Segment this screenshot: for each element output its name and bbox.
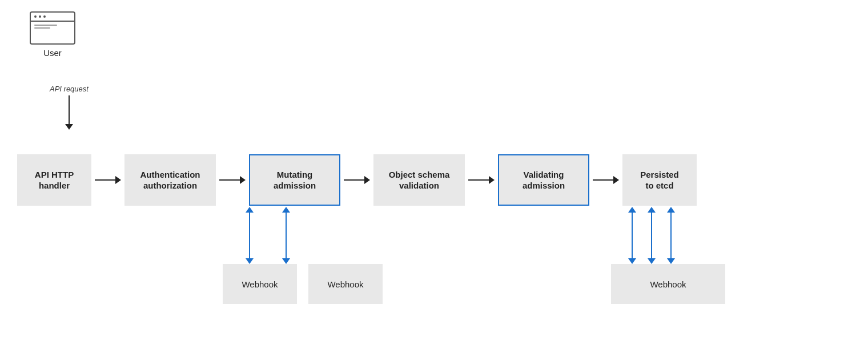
- api-request-arrow: API request: [50, 85, 89, 130]
- mutating-admission-label: Mutatingadmission: [274, 169, 316, 191]
- webhook-label-2: Webhook: [327, 279, 363, 289]
- api-request-label: API request: [50, 85, 89, 93]
- browser-icon: [30, 11, 75, 45]
- mutating-webhooks: Webhook Webhook: [223, 264, 383, 304]
- webhook-label-1: Webhook: [242, 279, 278, 289]
- diagram: User API request API HTTPhandler Authent…: [0, 0, 868, 360]
- arrow-3: [344, 176, 370, 184]
- arrow-1: [95, 176, 121, 184]
- auth-authz-box: Authenticationauthorization: [124, 154, 216, 206]
- mutating-admission-arrows: [246, 207, 290, 264]
- mutating-admission-box: Mutatingadmission: [249, 154, 340, 206]
- arrow-5: [593, 176, 619, 184]
- arrow-2: [219, 176, 246, 184]
- webhook-box-2: Webhook: [308, 264, 383, 304]
- validating-admission-box: Validatingadmission: [498, 154, 589, 206]
- api-http-handler-box: API HTTPhandler: [17, 154, 91, 206]
- flow-row: API HTTPhandler Authenticationauthorizat…: [17, 154, 697, 206]
- validating-arrow-1: [628, 207, 636, 264]
- validating-arrow-2: [648, 207, 656, 264]
- persisted-etcd-box: Persistedto etcd: [622, 154, 697, 206]
- persisted-etcd-label: Persistedto etcd: [640, 169, 679, 191]
- object-schema-label: Object schemavalidation: [389, 169, 450, 191]
- object-schema-box: Object schemavalidation: [373, 154, 465, 206]
- down-arrow: [65, 95, 73, 130]
- user-label: User: [43, 48, 62, 58]
- mutating-arrow-2: [282, 207, 290, 264]
- auth-authz-label: Authenticationauthorization: [140, 169, 200, 191]
- webhook-label-3: Webhook: [650, 279, 686, 289]
- user-section: User: [30, 11, 75, 58]
- arrow-4: [468, 176, 495, 184]
- mutating-arrow-1: [246, 207, 254, 264]
- validating-admission-arrows: [628, 207, 675, 264]
- validating-webhooks: Webhook: [611, 264, 725, 304]
- webhook-box-3: Webhook: [611, 264, 725, 304]
- api-http-handler-label: API HTTPhandler: [35, 169, 74, 191]
- validating-arrow-3: [667, 207, 675, 264]
- webhook-box-1: Webhook: [223, 264, 297, 304]
- validating-admission-label: Validatingadmission: [523, 169, 565, 191]
